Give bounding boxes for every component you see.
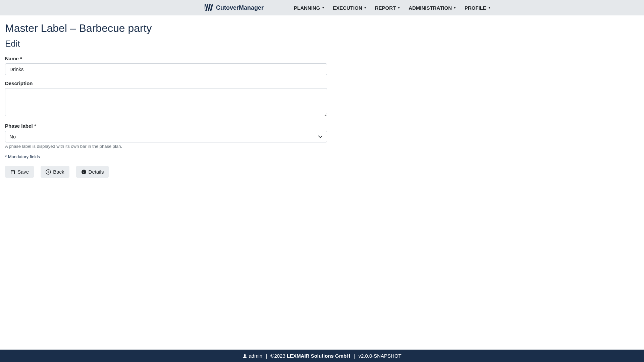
footer-version: v2.0.0-SNAPSHOT bbox=[358, 353, 401, 359]
user-icon bbox=[243, 354, 247, 358]
section-title: Edit bbox=[5, 39, 639, 49]
form-group-name: Name * bbox=[5, 56, 327, 75]
chevron-down-icon: ▼ bbox=[488, 6, 491, 9]
phase-label-help: A phase label is displayed with its own … bbox=[5, 144, 327, 149]
svg-point-7 bbox=[84, 171, 84, 171]
nav-execution-label: EXECUTION bbox=[333, 5, 362, 11]
nav-planning-label: PLANNING bbox=[294, 5, 320, 11]
nav-report-label: REPORT bbox=[375, 5, 396, 11]
footer-company: LEXMAIR Solutions GmbH bbox=[287, 353, 350, 359]
main-content: Master Label – Barbecue party Edit Name … bbox=[0, 15, 644, 350]
nav-administration[interactable]: ADMINISTRATION ▼ bbox=[409, 5, 457, 11]
footer-separator: | bbox=[354, 353, 355, 359]
nav-profile[interactable]: PROFILE ▼ bbox=[465, 5, 491, 11]
nav-administration-label: ADMINISTRATION bbox=[409, 5, 452, 11]
footer: admin | ©2023 LEXMAIR Solutions GmbH | v… bbox=[0, 350, 644, 362]
back-button[interactable]: Back bbox=[41, 166, 69, 178]
svg-rect-6 bbox=[84, 172, 84, 173]
svg-point-4 bbox=[46, 170, 51, 174]
phase-label-label: Phase label * bbox=[5, 123, 327, 129]
save-icon bbox=[10, 169, 15, 175]
form-group-phase-label: Phase label * No A phase label is displa… bbox=[5, 123, 327, 149]
name-label: Name * bbox=[5, 56, 327, 61]
save-button-label: Save bbox=[17, 169, 29, 175]
nav-report[interactable]: REPORT ▼ bbox=[375, 5, 400, 11]
chevron-down-icon: ▼ bbox=[364, 6, 367, 9]
navbar-inner: CutoverManager PLANNING ▼ EXECUTION ▼ RE… bbox=[121, 3, 523, 12]
svg-point-8 bbox=[244, 354, 246, 356]
form-group-description: Description bbox=[5, 80, 327, 118]
nav-profile-label: PROFILE bbox=[465, 5, 486, 11]
mandatory-note: * Mandatory fields bbox=[5, 154, 639, 159]
phase-label-select[interactable]: No bbox=[5, 131, 327, 142]
chevron-down-icon: ▼ bbox=[321, 6, 325, 9]
footer-separator: | bbox=[266, 353, 267, 359]
back-button-label: Back bbox=[53, 169, 64, 175]
brand-logo-icon bbox=[205, 3, 213, 12]
footer-user: admin bbox=[249, 353, 262, 359]
brand[interactable]: CutoverManager bbox=[205, 3, 264, 12]
nav-planning[interactable]: PLANNING ▼ bbox=[294, 5, 325, 11]
info-circle-icon bbox=[81, 169, 87, 175]
footer-copyright-prefix: ©2023 bbox=[270, 353, 285, 359]
description-label: Description bbox=[5, 80, 327, 86]
description-textarea[interactable] bbox=[5, 88, 327, 116]
top-navbar: CutoverManager PLANNING ▼ EXECUTION ▼ RE… bbox=[0, 0, 644, 15]
nav-execution[interactable]: EXECUTION ▼ bbox=[333, 5, 367, 11]
chevron-down-icon: ▼ bbox=[397, 6, 400, 9]
save-button[interactable]: Save bbox=[5, 166, 34, 178]
name-input[interactable] bbox=[5, 63, 327, 75]
details-button-label: Details bbox=[89, 169, 104, 175]
chevron-down-icon: ▼ bbox=[453, 6, 457, 9]
brand-name: CutoverManager bbox=[216, 4, 264, 11]
button-row: Save Back Details bbox=[5, 166, 639, 178]
page-title: Master Label – Barbecue party bbox=[5, 22, 639, 35]
details-button[interactable]: Details bbox=[76, 166, 109, 178]
arrow-left-circle-icon bbox=[46, 169, 51, 175]
nav-items: PLANNING ▼ EXECUTION ▼ REPORT ▼ ADMINIST… bbox=[294, 5, 491, 11]
